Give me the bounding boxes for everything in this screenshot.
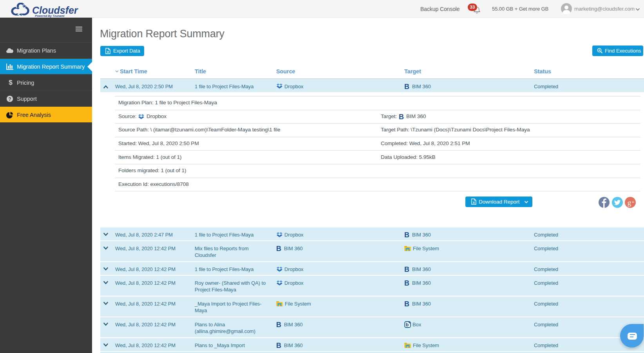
- svg-text:B: B: [404, 231, 409, 238]
- svg-text:?: ?: [8, 96, 11, 102]
- svg-text:B: B: [276, 245, 281, 252]
- svg-text:B: B: [404, 280, 409, 286]
- svg-text:B: B: [399, 113, 404, 120]
- svg-text:B: B: [404, 266, 409, 273]
- svg-text:x: x: [473, 200, 475, 204]
- svg-text:b: b: [405, 322, 409, 328]
- svg-text:g: g: [628, 198, 631, 207]
- svg-text:B: B: [404, 83, 409, 90]
- svg-text:B: B: [276, 321, 281, 328]
- svg-text:+: +: [632, 200, 634, 204]
- svg-text:B: B: [404, 300, 409, 307]
- svg-text:B: B: [276, 342, 281, 349]
- svg-text:x: x: [107, 50, 109, 54]
- svg-text:Powered By Tzunami: Powered By Tzunami: [35, 14, 65, 18]
